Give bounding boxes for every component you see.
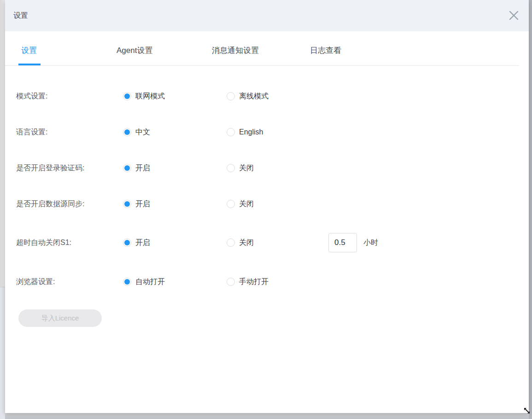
tab-log-view[interactable]: 日志查看: [310, 45, 341, 56]
radio-option[interactable]: 开启: [123, 238, 150, 248]
radio-unselected-icon[interactable]: [227, 164, 235, 172]
setting-label: 模式设置:: [16, 91, 47, 101]
radio-option-label: 开启: [135, 199, 150, 209]
resize-cursor-icon: [524, 407, 530, 414]
row-datasource-sync-setting: 是否开启数据源同步:开启关闭: [5, 199, 529, 209]
radio-option-label: 中文: [135, 128, 150, 137]
background-left-bottom: [0, 287, 5, 419]
radio-selected-icon[interactable]: [123, 239, 131, 247]
dialog-header: 设置: [5, 0, 529, 31]
radio-option-label: 自动打开: [135, 277, 165, 287]
setting-label: 语言设置:: [16, 127, 47, 137]
row-browser-setting: 浏览器设置:自动打开手动打开: [5, 277, 529, 287]
tab-message-notification-settings[interactable]: 消息通知设置: [212, 45, 259, 56]
radio-option-label: 开启: [135, 238, 150, 248]
radio-option[interactable]: 开启: [123, 199, 150, 209]
radio-option-label: 关闭: [239, 163, 254, 173]
row-language-setting: 语言设置:中文English: [5, 127, 529, 137]
radio-unselected-icon[interactable]: [227, 128, 235, 136]
radio-selected-icon[interactable]: [123, 92, 131, 100]
radio-option-label: 开启: [135, 163, 150, 173]
hours-unit-label: 小时: [363, 238, 378, 248]
row-auto-close-timeout-setting: 超时自动关闭S1:开启关闭小时: [5, 238, 529, 248]
tabs-divider: [5, 65, 519, 66]
radio-option[interactable]: 手动打开: [227, 277, 269, 287]
radio-option[interactable]: 离线模式: [227, 91, 269, 101]
radio-option-label: 联网模式: [135, 92, 165, 101]
import-licence-button[interactable]: 导入Licence: [18, 309, 102, 327]
radio-unselected-icon[interactable]: [227, 200, 235, 208]
radio-selected-icon[interactable]: [123, 200, 131, 208]
radio-option-label: 离线模式: [239, 92, 269, 101]
radio-selected-icon[interactable]: [123, 278, 131, 286]
row-mode-setting: 模式设置:联网模式离线模式: [5, 91, 529, 101]
radio-option-label: 手动打开: [239, 277, 269, 287]
setting-label: 是否开启登录验证码:: [16, 163, 84, 173]
close-icon[interactable]: [508, 10, 520, 21]
radio-option[interactable]: 自动打开: [123, 277, 165, 287]
radio-option[interactable]: 关闭: [227, 163, 254, 173]
radio-unselected-icon[interactable]: [227, 278, 235, 286]
tab-agent-settings[interactable]: Agent设置: [117, 45, 152, 56]
timeout-hours-input[interactable]: [328, 233, 357, 252]
settings-dialog: 设置 设置Agent设置消息通知设置日志查看 导入Licence 模式设置:联网…: [5, 0, 529, 413]
radio-selected-icon[interactable]: [123, 164, 131, 172]
setting-label: 是否开启数据源同步:: [16, 199, 84, 209]
radio-option[interactable]: 联网模式: [123, 91, 165, 101]
setting-label: 超时自动关闭S1:: [16, 238, 71, 248]
tabs-bar: 设置Agent设置消息通知设置日志查看: [5, 31, 529, 66]
setting-label: 浏览器设置:: [16, 277, 55, 287]
dialog-title: 设置: [13, 11, 28, 21]
tab-settings[interactable]: 设置: [21, 45, 37, 56]
radio-unselected-icon[interactable]: [227, 92, 235, 100]
background-right: [529, 0, 532, 419]
radio-option[interactable]: 关闭: [227, 238, 254, 248]
radio-option[interactable]: English: [227, 127, 263, 137]
radio-option[interactable]: 开启: [123, 163, 150, 173]
radio-unselected-icon[interactable]: [227, 239, 235, 247]
radio-selected-icon[interactable]: [123, 128, 131, 136]
radio-option-label: English: [239, 128, 263, 136]
row-login-captcha-setting: 是否开启登录验证码:开启关闭: [5, 163, 529, 173]
radio-option-label: 关闭: [239, 199, 254, 209]
background-bottom: [5, 413, 529, 419]
radio-option[interactable]: 中文: [123, 127, 150, 137]
radio-option-label: 关闭: [239, 238, 254, 248]
timeout-input-group: 小时: [328, 233, 378, 252]
background-left-top: [0, 0, 5, 287]
radio-option[interactable]: 关闭: [227, 199, 254, 209]
